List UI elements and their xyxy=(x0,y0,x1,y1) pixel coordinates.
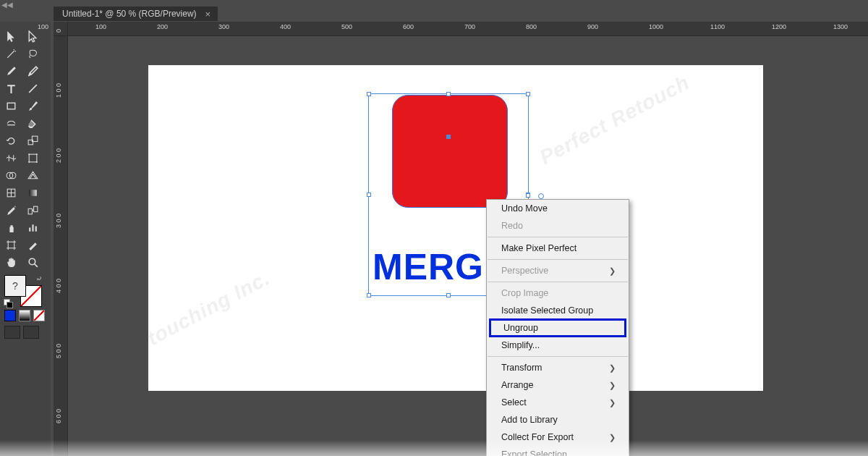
width-tool[interactable] xyxy=(0,149,22,166)
svg-point-15 xyxy=(29,258,35,265)
blend-tool[interactable] xyxy=(22,201,43,219)
selection-handle[interactable] xyxy=(526,92,530,96)
type-tool[interactable] xyxy=(0,80,22,97)
selection-handle[interactable] xyxy=(446,92,451,96)
menu-item-select[interactable]: Select❯ xyxy=(487,394,629,411)
eraser-tool[interactable] xyxy=(22,114,43,132)
watermark-text: touching Inc. xyxy=(143,266,273,350)
ruler-horizontal[interactable]: 1001002003004005006007008009001000110012… xyxy=(68,22,868,36)
selection-tool[interactable] xyxy=(0,28,22,45)
ruler-tick-label: 700 xyxy=(464,23,475,30)
menu-separator xyxy=(488,259,628,260)
default-colors-icon[interactable] xyxy=(4,299,12,308)
rotate-tool[interactable] xyxy=(0,132,22,149)
ruler-tick-label: 600 xyxy=(403,23,414,30)
eyedropper-tool[interactable] xyxy=(0,201,22,219)
hand-tool[interactable] xyxy=(0,253,22,271)
fill-color-swatch[interactable]: ? xyxy=(4,275,26,297)
menu-item-add-to-library[interactable]: Add to Library xyxy=(487,411,629,428)
chevron-right-icon: ❯ xyxy=(609,398,616,408)
ruler-tick-label: 1 0 0 xyxy=(55,83,62,98)
menu-item-label: Add to Library xyxy=(501,415,558,425)
ruler-tick-label: 1300 xyxy=(833,23,848,30)
ruler-tick-label: 1000 xyxy=(649,23,663,30)
zoom-tool[interactable] xyxy=(22,253,43,271)
ruler-tick-label: 400 xyxy=(280,23,291,30)
ruler-tick-label: 500 xyxy=(341,23,352,30)
paintbrush-tool[interactable] xyxy=(22,97,43,114)
color-mode-row xyxy=(4,310,51,321)
menu-item-ungroup[interactable]: Ungroup xyxy=(489,318,626,337)
footer-fade xyxy=(0,440,868,456)
rectangle-tool[interactable] xyxy=(0,97,22,114)
screen-mode-row xyxy=(4,326,51,339)
ruler-tick-label: 5 0 0 xyxy=(55,344,62,358)
artboard-tool[interactable] xyxy=(0,236,22,253)
free-transform-tool[interactable] xyxy=(22,149,43,166)
line-segment-tool[interactable] xyxy=(22,80,43,97)
pen-tool[interactable] xyxy=(0,62,22,80)
svg-point-6 xyxy=(28,161,30,162)
ruler-tick-label: 300 xyxy=(218,23,229,30)
selection-handle[interactable] xyxy=(367,293,371,297)
perspective-grid-tool[interactable] xyxy=(22,166,43,184)
shaper-tool[interactable] xyxy=(0,114,22,132)
mesh-tool[interactable] xyxy=(0,184,22,201)
ruler-tick-label: 0 xyxy=(55,29,62,33)
chevron-right-icon: ❯ xyxy=(609,266,616,276)
menu-item-transform[interactable]: Transform❯ xyxy=(487,359,629,376)
chevron-right-icon: ❯ xyxy=(609,363,616,373)
selection-handle[interactable] xyxy=(526,193,530,198)
selection-handle[interactable] xyxy=(446,293,451,297)
menu-separator xyxy=(488,282,628,282)
menu-item-redo: Redo xyxy=(487,217,629,235)
document-tab-title: Untitled-1* @ 50 % (RGB/Preview) xyxy=(62,9,197,19)
menu-item-label: Make Pixel Perfect xyxy=(501,243,576,253)
shape-builder-tool[interactable] xyxy=(0,166,22,184)
ruler-tick-label: 200 xyxy=(157,23,168,30)
corner-widget-icon[interactable] xyxy=(538,193,544,199)
lasso-tool[interactable] xyxy=(22,45,43,62)
menu-item-label: Redo xyxy=(501,221,523,231)
ruler-tick-label: 100 xyxy=(38,23,48,30)
menu-item-label: Perspective xyxy=(501,266,548,276)
color-mode-none[interactable] xyxy=(33,310,45,321)
menu-item-label: Isolate Selected Group xyxy=(501,305,593,316)
watermark-text: Perfect Retouch xyxy=(536,71,694,169)
menu-item-label: Simplify... xyxy=(501,340,540,350)
menu-item-arrange[interactable]: Arrange❯ xyxy=(487,376,629,394)
menu-item-isolate-selected-group[interactable]: Isolate Selected Group xyxy=(487,302,629,319)
selection-center-icon xyxy=(446,135,451,139)
menu-item-undo-move[interactable]: Undo Move xyxy=(487,200,629,217)
swap-colors-icon[interactable]: ⤾ xyxy=(36,274,42,282)
scale-tool[interactable] xyxy=(22,132,43,149)
fill-unknown-label: ? xyxy=(12,280,18,292)
artboard[interactable]: Perfect Retouch touching Inc. MERGE xyxy=(148,65,763,391)
color-mode-gradient[interactable] xyxy=(19,310,30,321)
document-tab[interactable]: Untitled-1* @ 50 % (RGB/Preview) × xyxy=(54,7,218,21)
menu-item-label: Crop Image xyxy=(501,288,548,298)
svg-point-5 xyxy=(35,153,37,155)
ruler-vertical[interactable]: 01 0 02 0 03 0 04 0 05 0 06 0 0 xyxy=(54,36,68,456)
color-swatch-control[interactable]: ⤾ ? xyxy=(4,275,46,307)
collapse-panels-icon[interactable]: ◀◀ xyxy=(1,1,13,9)
menu-item-simplify[interactable]: Simplify... xyxy=(487,337,629,354)
selection-handle[interactable] xyxy=(367,92,371,96)
selection-handle[interactable] xyxy=(367,193,371,197)
magic-wand-tool[interactable] xyxy=(0,45,22,62)
slice-tool[interactable] xyxy=(22,236,43,253)
column-graph-tool[interactable] xyxy=(22,219,43,236)
tools-panel: ⤾ ? xyxy=(0,22,51,456)
color-mode-solid[interactable] xyxy=(4,310,16,321)
gradient-tool[interactable] xyxy=(22,184,43,201)
ruler-tick-label: 3 0 0 xyxy=(55,214,62,228)
curvature-tool[interactable] xyxy=(22,62,43,80)
draw-mode-normal[interactable] xyxy=(4,326,20,339)
menu-item-make-pixel-perfect[interactable]: Make Pixel Perfect xyxy=(487,240,629,257)
close-icon[interactable]: × xyxy=(205,9,211,19)
draw-mode-behind[interactable] xyxy=(23,326,39,339)
ruler-tick-label: 1200 xyxy=(772,23,786,30)
symbol-sprayer-tool[interactable] xyxy=(0,219,22,236)
ruler-tick-label: 6 0 0 xyxy=(55,409,62,423)
ruler-tick-label: 2 0 0 xyxy=(55,148,62,163)
